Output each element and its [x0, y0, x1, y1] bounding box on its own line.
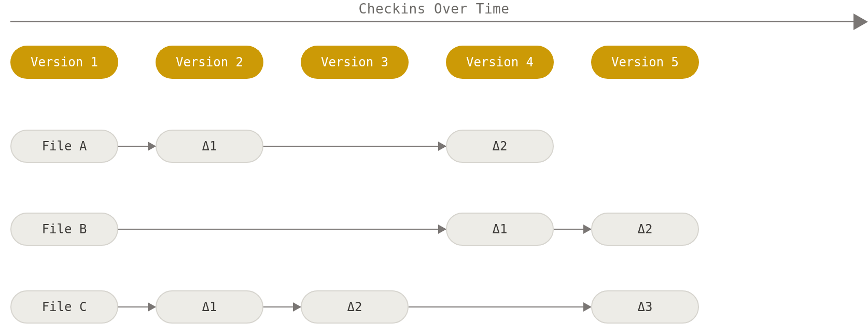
file-b-arrow-0	[118, 229, 446, 230]
version-pill-1: Version 1	[10, 46, 118, 79]
file-b-arrow-1	[554, 229, 591, 230]
version-pill-3: Version 3	[301, 46, 409, 79]
file-b-node-2: Δ2	[591, 213, 699, 246]
file-a-arrow-1	[263, 146, 446, 147]
file-a-arrow-0	[118, 146, 156, 147]
version-pill-2: Version 2	[156, 46, 263, 79]
file-c-arrow-1	[263, 306, 301, 307]
file-a-node-0: File A	[10, 130, 118, 163]
file-c-arrow-0	[118, 306, 156, 307]
version-pill-5: Version 5	[591, 46, 699, 79]
diagram-canvas: Checkins Over Time Version 1Version 2Ver…	[0, 0, 868, 336]
file-b-node-1: Δ1	[446, 213, 554, 246]
file-a-node-1: Δ1	[156, 130, 263, 163]
diagram-title: Checkins Over Time	[0, 1, 868, 17]
timeline-arrowhead-icon	[853, 13, 868, 30]
file-c-node-0: File C	[10, 290, 118, 324]
timeline-axis	[10, 21, 858, 22]
file-c-node-1: Δ1	[156, 290, 263, 324]
version-pill-4: Version 4	[446, 46, 554, 79]
file-c-arrow-2	[409, 306, 591, 307]
file-b-node-0: File B	[10, 213, 118, 246]
file-c-node-3: Δ3	[591, 290, 699, 324]
file-a-node-2: Δ2	[446, 130, 554, 163]
file-c-node-2: Δ2	[301, 290, 409, 324]
